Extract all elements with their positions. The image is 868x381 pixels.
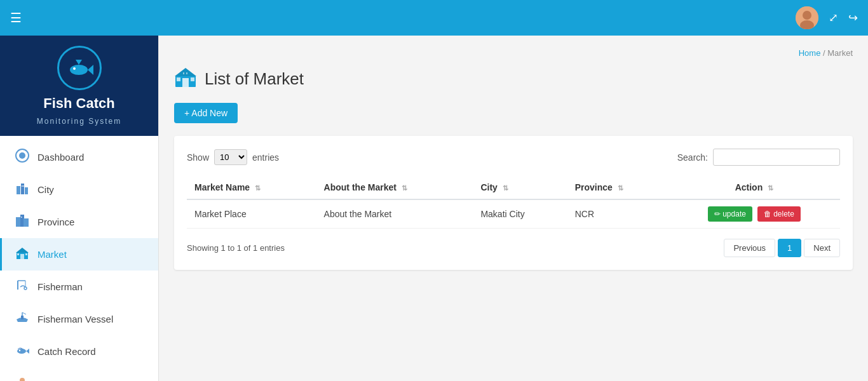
market-table: Market Name ⇅ About the Market ⇅ City ⇅ [187,176,840,229]
market-label: Market [37,249,146,260]
svg-point-34 [20,378,25,381]
page-1-button[interactable]: 1 [778,239,801,257]
svg-rect-41 [191,77,194,81]
breadcrumb-current: Market [827,48,853,58]
svg-marker-38 [175,68,196,76]
cell-city: Makati City [473,199,567,229]
pagination: Previous 1 Next [724,239,840,257]
svg-point-33 [19,350,20,351]
page-title: List of Market [205,69,304,89]
show-label: Show [187,152,209,163]
vessel-label: Fisherman Vessel [37,314,146,324]
sidebar: Fish Catch Monitoring System Dashboard [0,36,159,381]
sidebar-item-province[interactable]: Province [0,206,158,238]
sort-action-icon[interactable]: ⇅ [768,184,773,192]
svg-line-30 [22,312,26,314]
update-button[interactable]: ✏ update [708,206,752,222]
col-about: About the Market ⇅ [316,176,473,199]
svg-rect-23 [25,253,27,255]
market-icon [15,246,30,263]
users-icon [15,375,30,381]
avatar[interactable] [796,6,818,29]
catch-record-icon [15,343,30,360]
sidebar-header: Fish Catch Monitoring System [0,36,158,136]
city-label: City [37,184,146,195]
svg-marker-20 [16,248,29,253]
page-header: List of Market [174,65,853,93]
table-controls: Show 10 25 50 100 entries Search: [187,149,840,166]
sidebar-nav: Dashboard City [0,136,158,381]
sort-province-icon[interactable]: ⇅ [618,184,623,192]
show-entries: Show 10 25 50 100 entries [187,149,279,165]
table-header-row: Market Name ⇅ About the Market ⇅ City ⇅ [187,176,840,199]
province-icon [15,213,30,231]
svg-marker-32 [26,349,29,354]
brand-subtitle: Monitoring System [37,117,121,126]
cell-action: ✏ update 🗑 delete [668,199,840,229]
breadcrumb-home[interactable]: Home [799,48,821,58]
hamburger-icon[interactable]: ☰ [10,10,22,25]
sidebar-item-city[interactable]: City [0,173,158,206]
exit-icon[interactable]: ↪ [848,11,858,25]
entries-select[interactable]: 10 25 50 100 [214,149,247,165]
navbar-right: ⤢ ↪ [796,6,858,29]
table-footer: Showing 1 to 1 of 1 entries Previous 1 N… [187,239,840,257]
province-label: Province [37,217,146,227]
breadcrumb-separator: / [823,48,825,58]
svg-rect-28 [21,316,24,319]
svg-point-9 [19,152,25,159]
search-input[interactable] [713,149,840,166]
main-content: Home / Market List of Market + Add New [159,36,868,381]
logo [57,46,102,90]
catch-record-label: Catch Record [37,346,146,357]
entries-label: entries [252,152,279,163]
svg-rect-42 [183,72,184,74]
delete-button[interactable]: 🗑 delete [757,206,801,222]
table-row: Market Place About the Market Makati Cit… [187,199,840,229]
search-group: Search: [677,149,840,166]
svg-rect-40 [177,77,180,81]
add-new-button[interactable]: + Add New [174,103,238,123]
dashboard-label: Dashboard [37,152,146,163]
svg-rect-21 [20,254,24,259]
next-button[interactable]: Next [804,239,840,257]
svg-rect-43 [186,72,187,74]
showing-text: Showing 1 to 1 of 1 entries [187,243,285,253]
svg-rect-39 [182,78,189,87]
sidebar-item-dashboard[interactable]: Dashboard [0,141,158,173]
sort-city-icon[interactable]: ⇅ [503,184,508,192]
sort-market-name-icon[interactable]: ⇅ [255,184,261,192]
col-market-name: Market Name ⇅ [187,176,316,199]
svg-rect-12 [25,187,28,194]
col-action: Action ⇅ [668,176,840,199]
vessel-icon [15,311,30,328]
breadcrumb: Home / Market [174,48,853,58]
expand-icon[interactable]: ⤢ [829,11,838,25]
sidebar-item-fisherman-vessel[interactable]: Fisherman Vessel [0,303,158,335]
sidebar-item-users[interactable]: Users [0,368,158,381]
svg-rect-17 [24,218,29,227]
cell-province: NCR [567,199,668,229]
svg-rect-22 [17,253,19,255]
city-icon [15,181,30,198]
svg-point-31 [17,349,26,354]
dashboard-icon [15,149,30,166]
sidebar-item-market[interactable]: Market [0,238,158,271]
sidebar-item-catch-record[interactable]: Catch Record [0,335,158,368]
svg-rect-11 [21,184,24,194]
previous-button[interactable]: Previous [724,239,775,257]
svg-rect-13 [22,185,23,187]
svg-rect-14 [23,185,24,187]
users-label: Users [37,378,146,381]
col-province: Province ⇅ [567,176,668,199]
svg-rect-10 [17,186,20,194]
table-card: Show 10 25 50 100 entries Search: [174,136,853,270]
brand-title: Fish Catch [43,95,114,112]
main-layout: Fish Catch Monitoring System Dashboard [0,36,868,381]
navbar: ☰ ⤢ ↪ [0,0,868,36]
sidebar-item-fisherman[interactable]: Fisherman [0,271,158,303]
sort-about-icon[interactable]: ⇅ [402,184,407,192]
svg-point-27 [24,287,27,290]
page-title-icon [174,65,197,93]
cell-market-name: Market Place [187,199,316,229]
